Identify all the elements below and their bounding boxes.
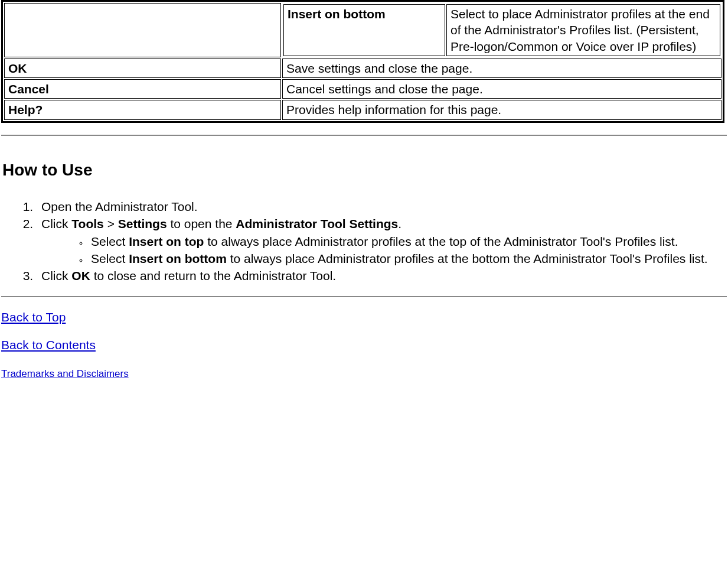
step-1: Open the Administrator Tool.: [37, 199, 727, 214]
step-2-settings: Settings: [118, 217, 167, 230]
step-2-ats: Administrator Tool Settings: [236, 217, 398, 230]
insert-bottom-label: Insert on bottom: [283, 4, 445, 56]
ok-desc: Save settings and close the page.: [282, 58, 722, 78]
step-3: Click OK to close and return to the Admi…: [37, 268, 727, 284]
step-2b-pre: Select: [91, 252, 129, 265]
step-2a-bold: Insert on top: [129, 235, 204, 248]
step-2a-pre: Select: [91, 235, 129, 248]
how-to-use-heading: How to Use: [2, 160, 727, 181]
help-desc: Provides help information for this page.: [282, 100, 722, 119]
step-2: Click Tools > Settings to open the Admin…: [37, 216, 727, 266]
step-2-gt: >: [104, 217, 118, 230]
step-2b: Select Insert on bottom to always place …: [89, 251, 727, 266]
step-2-mid: to open the: [167, 217, 236, 230]
trademarks-link[interactable]: Trademarks and Disclaimers: [1, 368, 129, 381]
step-3-pre: Click: [41, 269, 71, 282]
insert-bottom-desc: Select to place Administrator profiles a…: [446, 4, 720, 56]
step-2-tools: Tools: [71, 217, 103, 230]
back-to-contents-link[interactable]: Back to Contents: [1, 337, 96, 353]
cancel-desc: Cancel settings and close the page.: [282, 79, 722, 99]
table-row-help: Help? Provides help information for this…: [4, 100, 722, 119]
back-to-top-link[interactable]: Back to Top: [1, 309, 66, 325]
step-2b-post: to always place Administrator profiles a…: [227, 252, 708, 265]
ok-label: OK: [4, 58, 281, 78]
step-2-text-pre: Click: [41, 217, 71, 230]
settings-table: Insert on bottom Select to place Adminis…: [1, 0, 724, 123]
insert-bottom-spacer-cell: [4, 3, 281, 57]
cancel-label: Cancel: [4, 79, 281, 99]
step-2b-bold: Insert on bottom: [129, 252, 227, 265]
step-2a: Select Insert on top to always place Adm…: [89, 233, 727, 249]
help-label: Help?: [4, 100, 281, 119]
divider-1: [1, 135, 727, 136]
step-3-bold: OK: [71, 269, 90, 282]
table-row-cancel: Cancel Cancel settings and close the pag…: [4, 79, 722, 99]
step-2-sublist: Select Insert on top to always place Adm…: [65, 233, 727, 267]
table-row-insert-bottom: Insert on bottom Select to place Adminis…: [4, 3, 722, 57]
step-3-post: to close and return to the Administrator…: [90, 269, 336, 282]
divider-2: [1, 296, 727, 297]
step-2a-post: to always place Administrator profiles a…: [204, 235, 678, 248]
steps-list: Open the Administrator Tool. Click Tools…: [13, 199, 727, 284]
step-2-post: .: [398, 217, 401, 230]
table-row-ok: OK Save settings and close the page.: [4, 58, 722, 78]
